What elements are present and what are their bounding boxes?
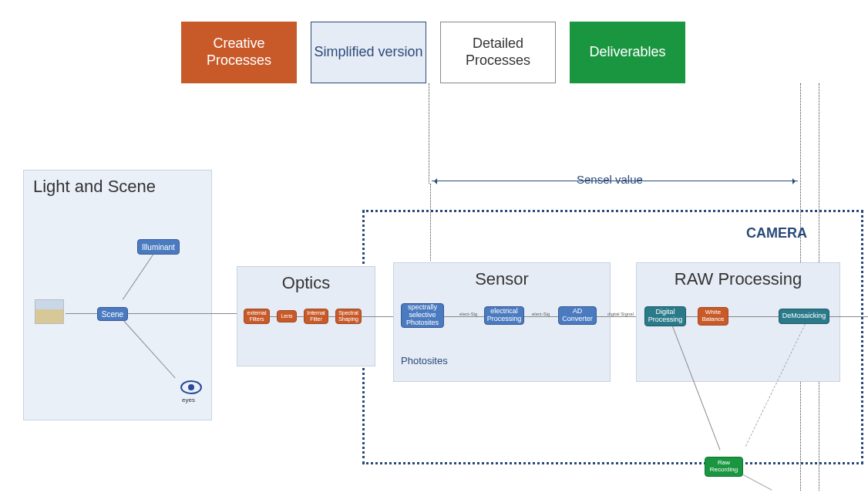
panel-sensor-title: Sensor — [394, 263, 610, 295]
node-white-balance: White Balance — [698, 307, 728, 326]
node-photosites: spectrally selective Photosites — [401, 303, 444, 328]
flow-elect-sig-1: elect-Sig — [459, 312, 477, 316]
guide-line-1b — [430, 184, 431, 261]
panel-optics-title: Optics — [237, 267, 375, 299]
node-ad-converter: AD Converter — [558, 306, 597, 325]
panel-raw-title: RAW Processing — [637, 263, 839, 295]
connector-photo-scene — [66, 313, 97, 314]
node-digital-processing: Digital Processing — [644, 306, 686, 326]
node-electrical-processing: electrical Processing — [484, 306, 524, 325]
connector-optics-3 — [328, 316, 335, 317]
node-internal-filter: Internal Filter — [304, 309, 328, 324]
sensel-label: Sensel value — [577, 173, 643, 186]
legend-creative: Creative Processes — [181, 22, 297, 83]
panel-light-title: Light and Scene — [24, 170, 211, 203]
connector-raw-2 — [728, 316, 779, 317]
node-raw-recording: Raw Recording — [705, 457, 743, 477]
guide-line-1 — [429, 83, 429, 184]
legend-row: Creative Processes Simplified version De… — [181, 22, 685, 83]
node-demosaicking: DeMosaicking — [779, 309, 829, 324]
connector-optics-1 — [270, 316, 277, 317]
node-spectral-shaping: Spectral Shaping — [335, 309, 362, 324]
legend-simplified: Simplified version — [311, 22, 426, 83]
connector-optics-2 — [297, 316, 304, 317]
flow-digital-signal: digital Signal — [607, 312, 634, 316]
scene-photo-thumbnail — [35, 299, 64, 324]
connector-scene-optics — [128, 313, 237, 314]
legend-detailed: Detailed Processes — [440, 22, 556, 83]
node-lens: Lens — [277, 310, 297, 322]
node-scene: Scene — [97, 307, 128, 321]
eye-icon — [180, 380, 202, 395]
photosites-label: Photosites — [401, 355, 448, 366]
connector-raw-out — [829, 316, 868, 317]
connector-sensor-2 — [524, 316, 558, 317]
flow-elect-sig-2: elect-Sig — [532, 312, 550, 316]
legend-deliverables: Deliverables — [570, 22, 685, 83]
node-illuminant: Illuminant — [137, 239, 180, 255]
camera-label: CAMERA — [746, 225, 807, 241]
connector-raw-recording-out — [743, 474, 772, 491]
connector-sensor-1 — [444, 316, 484, 317]
node-external-filters: external Filters — [244, 309, 270, 324]
svg-point-1 — [188, 384, 194, 390]
connector-raw-1 — [686, 316, 698, 317]
eyes-label: eyes — [182, 397, 195, 403]
